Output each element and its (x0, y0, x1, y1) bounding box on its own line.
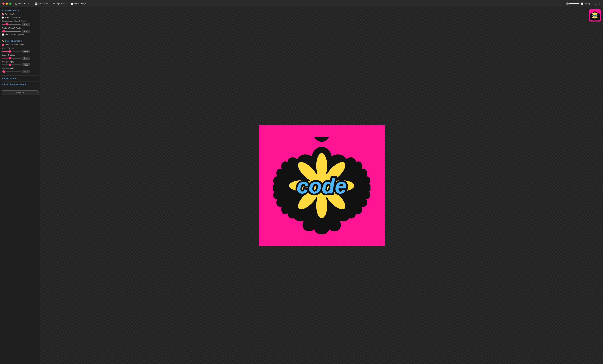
sidebar: ⚙ SVG Options ▾ Color SVG Monochrome SVG… (0, 7, 40, 364)
debug-slider[interactable] (566, 2, 580, 5)
red-slider[interactable] (2, 51, 21, 52)
paste-image-icon: 📋 (71, 2, 73, 5)
input-size-section[interactable]: ⊞ Input Size ▶ (2, 77, 38, 80)
close-button[interactable] (2, 2, 5, 5)
green-label: Green (5 Steps) (2, 54, 38, 56)
stroke-width-reset[interactable]: Reset (22, 30, 30, 33)
open-image-label: Open Image (18, 2, 29, 5)
chevron-down-icon-2: ▾ (21, 40, 22, 42)
monochrome-svg-option[interactable]: Monochrome SVG (2, 16, 38, 19)
alpha-slider[interactable] (2, 71, 21, 72)
expert-options-checkbox-row[interactable]: Show Expert Options (2, 33, 38, 36)
svg-options-title: SVG Options (4, 9, 17, 12)
alpha-label: Alpha (1 Steps) (2, 67, 38, 69)
minimize-button[interactable] (6, 2, 8, 5)
posterize-label: Posterize Input Image (5, 44, 24, 46)
copy-svg-button[interactable]: ⧉ Copy SVG (52, 1, 67, 6)
chevron-right-icon-2: ▶ (24, 83, 26, 86)
green-slider[interactable] (2, 58, 21, 58)
svg-text:code: code (297, 174, 347, 198)
stroke-width-slider[interactable] (2, 31, 21, 32)
input-size-icon: ⊞ (2, 77, 3, 80)
paste-image-button[interactable]: 📋 Paste Image (69, 2, 87, 6)
thumbnail-svg: code code (590, 11, 600, 21)
more-options-icon[interactable]: ⋮ (598, 2, 601, 5)
color-svg-option[interactable]: Color SVG (2, 13, 38, 15)
blue-slider[interactable] (2, 65, 21, 65)
chevron-right-icon: ▶ (15, 77, 16, 80)
posterize-checkbox[interactable] (2, 44, 4, 46)
debug-text: Debug (584, 2, 590, 5)
image-canvas: code code (259, 125, 385, 246)
red-slider-row: Reset (2, 50, 38, 53)
color-svg-label: Color SVG (5, 13, 14, 15)
monochrome-svg-radio[interactable] (2, 16, 4, 19)
main-layout: ⚙ SVG Options ▾ Color SVG Monochrome SVG… (0, 7, 603, 364)
alpha-slider-row: Reset (2, 70, 38, 73)
svg-options-section: ⚙ SVG Options ▾ Color SVG Monochrome SVG… (2, 9, 38, 36)
posterize-checkbox-row[interactable]: Posterize Input Image (2, 44, 38, 46)
input-preprocessing-icon: ⊟ (2, 83, 3, 86)
stroke-width-row: Reset (2, 30, 38, 33)
open-image-button[interactable]: ⊡ Open Image (14, 2, 31, 6)
color-channels-section: ✏️ Color Channels ▾ Posterize Input Imag… (2, 40, 38, 73)
chevron-down-icon[interactable]: ⌄ (594, 2, 597, 5)
suppress-speckles-label: Suppress speckles (2 Pixels) (2, 20, 38, 22)
input-size-title: Input Size (4, 77, 14, 80)
copy-svg-label: Copy SVG (56, 2, 65, 5)
expert-options-checkbox[interactable] (2, 33, 4, 36)
suppress-speckles-row: Reset (2, 23, 38, 26)
canvas-area: code code code code (40, 7, 603, 364)
save-svg-icon: 💾 (35, 2, 37, 5)
blue-slider-row: Reset (2, 63, 38, 66)
alpha-reset[interactable]: Reset (22, 70, 30, 73)
window-controls: ⌄ ⋮ (594, 2, 601, 5)
stroke-width-label: Stroke Width (0 Pixels) (2, 27, 38, 29)
input-preprocessing-title: Input Preprocessing (4, 83, 24, 86)
reset-all-button[interactable]: Reset All (2, 90, 38, 95)
green-slider-row: Reset (2, 57, 38, 60)
color-channels-icon: ✏️ (2, 40, 4, 42)
suppress-speckles-slider[interactable] (2, 24, 21, 24)
svg-point-0 (312, 137, 332, 142)
save-svg-button[interactable]: 💾 Save SVG (33, 2, 49, 6)
thumbnail: code code (589, 9, 601, 22)
debug-label: Debug (581, 2, 590, 5)
section-divider-1 (2, 38, 38, 38)
color-channels-title: Color Channels (5, 40, 20, 42)
copy-svg-icon: ⧉ (53, 2, 55, 5)
maximize-button[interactable] (9, 2, 11, 5)
logo-svg: code code (273, 137, 371, 234)
svg-options-icon: ⚙ (2, 9, 3, 12)
save-svg-label: Save SVG (38, 2, 48, 5)
debug-area: Debug (566, 2, 590, 5)
suppress-speckles-reset[interactable]: Reset (22, 23, 30, 26)
green-reset[interactable]: Reset (22, 57, 30, 60)
debug-checkbox[interactable] (581, 2, 583, 5)
monochrome-svg-label: Monochrome SVG (5, 16, 22, 19)
paste-image-label: Paste Image (74, 2, 86, 5)
red-reset[interactable]: Reset (22, 50, 30, 53)
blue-reset[interactable]: Reset (22, 63, 30, 66)
blue-label: Blue (5 Steps) (2, 61, 38, 63)
input-preprocessing-section[interactable]: ⊟ Input Preprocessing ▶ (2, 83, 38, 86)
open-image-icon: ⊡ (15, 2, 17, 5)
titlebar: ⊡ Open Image 💾 Save SVG ⧉ Copy SVG 📋 Pas… (0, 0, 603, 7)
traffic-lights (2, 2, 11, 5)
svg-text:code: code (592, 14, 598, 17)
color-svg-radio[interactable] (2, 13, 4, 15)
expert-options-label: Show Expert Options (5, 33, 24, 36)
svg-options-header[interactable]: ⚙ SVG Options ▾ (2, 9, 38, 12)
color-channels-header[interactable]: ✏️ Color Channels ▾ (2, 40, 38, 42)
red-label: Red (5 Steps) (2, 47, 38, 49)
chevron-down-icon: ▾ (18, 9, 19, 12)
